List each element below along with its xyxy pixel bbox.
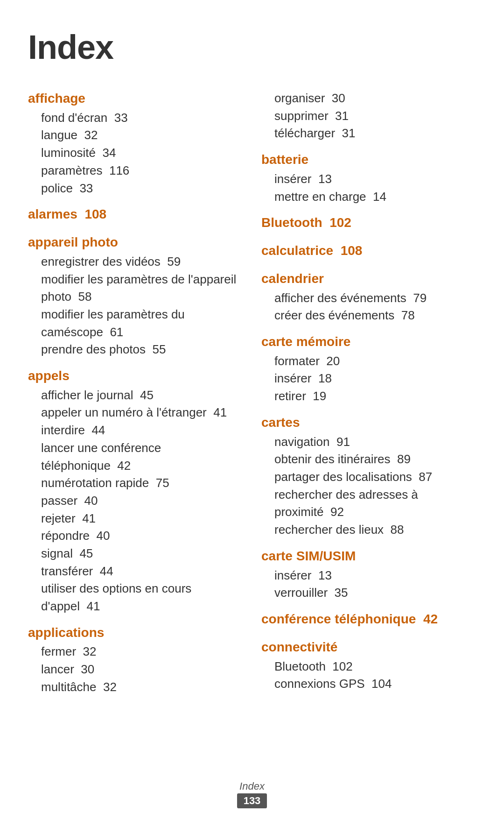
- page-footer: Index 133: [0, 780, 504, 808]
- index-item: langue 32: [28, 127, 243, 144]
- index-item: insérer 13: [261, 567, 476, 585]
- index-section: batterieinsérer 13mettre en charge 14: [261, 151, 476, 205]
- section-heading: affichage: [28, 90, 243, 107]
- index-item: utiliser des options en cours d'appel 41: [28, 580, 243, 615]
- index-item: connexions GPS 104: [261, 675, 476, 693]
- index-section: conférence téléphonique 42: [261, 610, 476, 630]
- index-section: appelsafficher le journal 45appeler un n…: [28, 367, 243, 615]
- section-heading: cartes: [261, 414, 476, 431]
- index-item: enregistrer des vidéos 59: [28, 253, 243, 271]
- index-item: mettre en charge 14: [261, 188, 476, 206]
- section-heading: Bluetooth 102: [261, 214, 476, 232]
- section-heading: calculatrice 108: [261, 242, 476, 260]
- index-item: fond d'écran 33: [28, 109, 243, 127]
- index-item: transférer 44: [28, 563, 243, 580]
- page-number: 133: [237, 793, 267, 808]
- right-column: organiser 30supprimer 31télécharger 31ba…: [261, 90, 476, 701]
- index-item: télécharger 31: [261, 125, 476, 142]
- index-item: supprimer 31: [261, 107, 476, 125]
- index-item: insérer 13: [261, 170, 476, 188]
- left-column: affichagefond d'écran 33langue 32luminos…: [28, 90, 243, 705]
- index-item: signal 45: [28, 545, 243, 563]
- index-item: retirer 19: [261, 388, 476, 405]
- section-heading: connectivité: [261, 638, 476, 656]
- section-heading: conférence téléphonique 42: [261, 610, 476, 628]
- index-section: applicationsfermer 32lancer 30multitâche…: [28, 624, 243, 696]
- index-item: rejeter 41: [28, 510, 243, 528]
- footer-label: Index: [0, 780, 504, 792]
- section-heading: applications: [28, 624, 243, 642]
- index-item: rechercher des adresses à proximité 92: [261, 486, 476, 521]
- index-section: carte mémoireformater 20insérer 18retire…: [261, 333, 476, 405]
- index-item: numérotation rapide 75: [28, 474, 243, 492]
- index-section: cartesnavigation 91obtenir des itinérair…: [261, 414, 476, 539]
- index-section: calculatrice 108: [261, 242, 476, 262]
- index-item: insérer 18: [261, 370, 476, 388]
- section-heading: appareil photo: [28, 233, 243, 251]
- section-heading: alarmes 108: [28, 205, 243, 223]
- index-item: modifier les paramètres du caméscope 61: [28, 306, 243, 341]
- index-section: appareil photoenregistrer des vidéos 59m…: [28, 233, 243, 359]
- index-item: répondre 40: [28, 527, 243, 545]
- index-item: multitâche 32: [28, 679, 243, 696]
- section-heading: batterie: [261, 151, 476, 169]
- section-heading: appels: [28, 367, 243, 385]
- section-heading: carte SIM/USIM: [261, 547, 476, 565]
- index-item: partager des localisations 87: [261, 468, 476, 486]
- index-item: rechercher des lieux 88: [261, 521, 476, 539]
- index-item: passer 40: [28, 492, 243, 510]
- index-section: alarmes 108: [28, 205, 243, 225]
- index-item: organiser 30: [261, 90, 476, 107]
- index-section: carte SIM/USIMinsérer 13verrouiller 35: [261, 547, 476, 602]
- index-item: police 33: [28, 180, 243, 198]
- index-item: prendre des photos 55: [28, 341, 243, 359]
- index-item: interdire 44: [28, 422, 243, 439]
- index-section: connectivitéBluetooth 102connexions GPS …: [261, 638, 476, 693]
- index-item: formater 20: [261, 353, 476, 370]
- index-section: Bluetooth 102: [261, 214, 476, 233]
- index-section: calendrierafficher des événements 79crée…: [261, 270, 476, 325]
- page-title: Index: [28, 28, 476, 66]
- index-item: lancer 30: [28, 661, 243, 679]
- index-item: verrouiller 35: [261, 584, 476, 602]
- section-heading: calendrier: [261, 270, 476, 288]
- section-heading: carte mémoire: [261, 333, 476, 351]
- index-item: afficher le journal 45: [28, 387, 243, 404]
- index-item: luminosité 34: [28, 144, 243, 162]
- index-item: afficher des événements 79: [261, 290, 476, 307]
- index-item: navigation 91: [261, 433, 476, 451]
- index-item: appeler un numéro à l'étranger 41: [28, 404, 243, 422]
- index-item: lancer une conférence téléphonique 42: [28, 439, 243, 474]
- index-item: créer des événements 78: [261, 307, 476, 325]
- index-section: organiser 30supprimer 31télécharger 31: [261, 90, 476, 142]
- index-columns: affichagefond d'écran 33langue 32luminos…: [28, 90, 476, 705]
- index-item: paramètres 116: [28, 162, 243, 180]
- index-item: obtenir des itinéraires 89: [261, 451, 476, 468]
- index-item: modifier les paramètres de l'appareil ph…: [28, 271, 243, 306]
- index-item: fermer 32: [28, 643, 243, 661]
- index-item: Bluetooth 102: [261, 658, 476, 676]
- index-section: affichagefond d'écran 33langue 32luminos…: [28, 90, 243, 197]
